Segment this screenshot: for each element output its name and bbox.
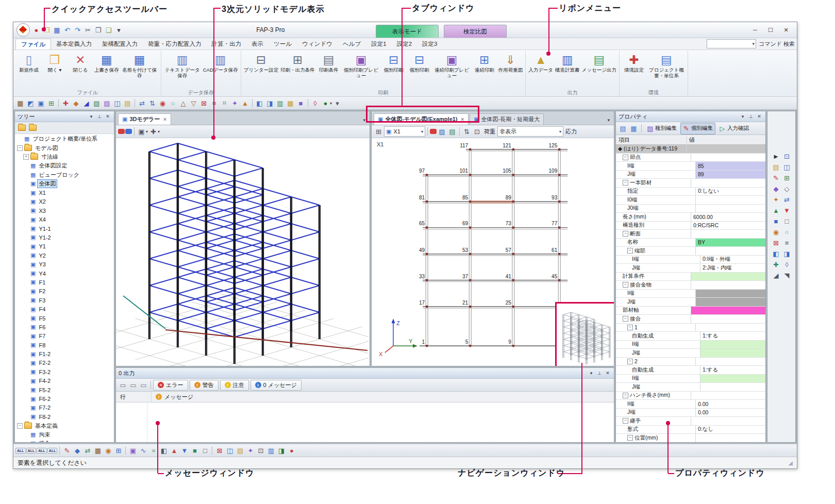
table-edit-icon[interactable]: ▤ [771,162,781,172]
property-row[interactable]: J端 [616,383,765,392]
point-icon[interactable]: ● [287,446,296,456]
undo-icon[interactable]: ↶ [62,25,72,35]
tree-item[interactable]: ▣F6 [15,323,114,331]
solid-fill-icon[interactable]: ■ [296,98,306,108]
values-icon[interactable]: ▤ [447,127,457,137]
tree-item[interactable]: ▣Y3 [15,260,114,268]
ribbon-tab[interactable]: ファイル [15,39,51,49]
select-box-icon[interactable]: ⊡ [782,152,792,161]
property-row[interactable]: −接合金物 [616,281,765,290]
tab-list-dropdown-icon[interactable]: ▾ [607,117,612,125]
ribbon-button[interactable]: ❒開く ▾ [42,51,68,73]
collapse-icon[interactable]: − [627,248,633,254]
tree-item[interactable]: ▣Y1 [15,242,114,251]
property-value[interactable]: 6000.00 [691,213,765,221]
tree-item[interactable]: ▣F8 [15,341,114,349]
collapse-icon[interactable]: − [623,316,628,322]
ribbon-tab[interactable]: 計算・出力 [207,39,247,49]
property-value[interactable]: 0:なし [696,426,765,434]
panel-menu-icon[interactable]: ▾ [588,369,595,377]
raise-icon[interactable]: ▲ [240,98,250,108]
property-value[interactable] [691,179,765,187]
chevron-down-icon[interactable]: ▾ [158,129,160,134]
empty-icon[interactable]: □ [782,216,792,226]
collapse-icon[interactable]: − [627,359,633,364]
property-row[interactable]: I端0.00 [616,400,765,409]
ribbon-tab[interactable]: ヘルプ [338,39,366,49]
collapse-icon[interactable]: − [623,180,628,186]
ribbon-tab[interactable]: 荷重・応力配置入力 [143,39,207,49]
annotation-bubble-icon[interactable] [430,129,437,134]
tree-item[interactable]: ▣F3-2 [15,367,114,376]
minimize-button[interactable]: ─ [747,24,763,36]
mesh-icon[interactable]: ▦ [93,446,103,456]
modeler-viewport[interactable] [116,138,370,366]
table-icon[interactable]: ▦ [286,98,295,108]
output-small-icon[interactable]: ▭ [118,380,128,390]
property-row[interactable]: J端2:J端・内端 [616,264,765,273]
emphasis-icon[interactable]: ✦ [245,446,255,456]
tree-item[interactable]: ▣Y2 [15,251,114,260]
collapse-folder-icon[interactable] [29,125,37,131]
expand-icon[interactable]: + [23,154,29,160]
tree-item[interactable]: −モデル図 [15,143,114,152]
ribbon-tab[interactable]: 設定1 [366,39,391,49]
property-row[interactable]: −継手 [616,417,765,426]
ribbon-button[interactable]: ▥構造計算書 [554,51,581,73]
close-icon[interactable]: ✕ [604,369,611,377]
ribbon-button[interactable]: ▤印刷条件 [316,51,342,73]
ribbon-button[interactable]: ▯新規作成 [16,51,42,73]
tree-item[interactable]: ▣F5 [15,314,114,323]
select-all-1-icon[interactable]: ALL [15,448,26,453]
tree-item[interactable]: ▦全体図設定 [15,161,114,170]
view-cube-icon[interactable]: ▣ [137,127,146,137]
fill-icon[interactable]: ■ [190,446,199,456]
property-value[interactable] [691,392,765,400]
ribbon-button[interactable]: ✚環境設定 [621,51,647,73]
mirror-icon[interactable]: ⇄ [137,98,147,108]
ribbon-tab[interactable]: 設定3 [417,39,442,49]
filter-warn-button[interactable]: !警告 [190,380,219,391]
left-half-icon[interactable]: ◧ [771,249,781,259]
filled-icon[interactable]: ■ [771,216,781,226]
tab-3d-modeler[interactable]: ▣ 3Dモデラー ✕ [118,113,171,125]
property-row[interactable]: I端0:I端・外端 [616,256,765,264]
property-value[interactable] [696,434,765,442]
ribbon-tab[interactable]: 基本定義入力 [51,39,97,49]
tab-document[interactable]: ▣全体図-長期・短期最大 [470,113,544,125]
property-value[interactable]: 0:RC/SRC [691,222,765,230]
ribbon-tab[interactable]: ウィンドウ [297,39,338,49]
section-icon[interactable]: ◧ [159,446,169,456]
collapse-icon[interactable]: − [623,282,628,288]
property-value[interactable] [696,196,765,204]
property-value[interactable] [691,307,765,315]
property-value[interactable]: 1:する [700,332,765,340]
pointer-icon[interactable]: ► [771,152,781,161]
property-value[interactable]: 0:しない [696,188,765,196]
pin-icon[interactable]: ⊥ [747,113,755,120]
property-row[interactable]: I端85 [616,162,765,171]
tree-item[interactable]: ▣X4 [15,215,114,224]
load-down-icon[interactable]: ▼ [179,446,189,456]
load-display-select[interactable]: 非表示 ▾ [497,126,563,137]
property-value[interactable] [696,358,765,366]
property-row[interactable]: I端 [616,341,765,349]
wall-icon[interactable]: ▨ [102,98,112,108]
ribbon-tab[interactable]: ツール [269,39,297,49]
ribbon-button[interactable]: ▥テキストデータ保存 [163,51,202,79]
focus-icon[interactable]: ◉ [771,227,781,237]
property-row[interactable]: I0端 [616,196,765,205]
property-value[interactable] [696,324,765,332]
select-all-4-icon[interactable]: ALL [47,448,58,453]
ribbon-tab[interactable]: 設定2 [392,39,417,49]
output-small-icon[interactable]: ▭ [139,380,148,390]
more-tools-icon[interactable]: ▾ [332,98,342,108]
tree-item[interactable]: ▣F7-2 [15,404,114,412]
ribbon-button[interactable]: ▦名前を付けて保存 [120,51,159,79]
grid-edit-icon[interactable]: ▤ [618,124,628,133]
property-value[interactable]: 89 [696,171,765,179]
property-row[interactable]: J端 [616,349,765,358]
grid-rows-icon[interactable]: ▥ [266,446,276,456]
ribbon-button[interactable]: ⇓作用荷重図 [497,51,524,73]
property-row[interactable]: 自動生成1:する [616,366,765,375]
